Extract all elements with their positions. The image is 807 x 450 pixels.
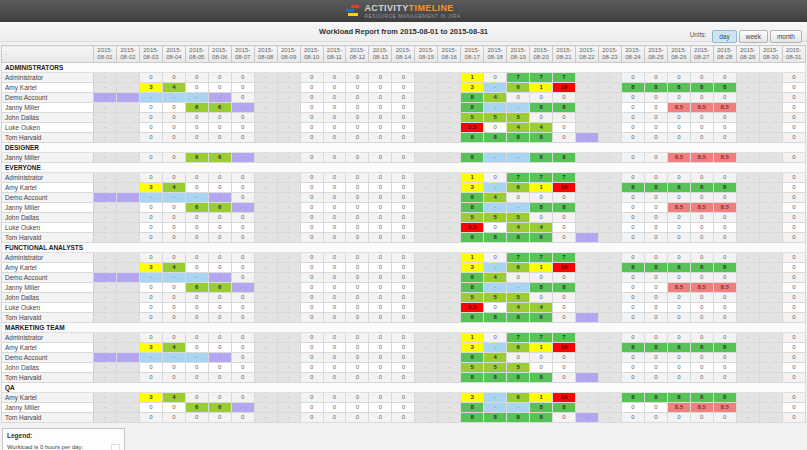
workload-cell: 0 bbox=[231, 73, 254, 83]
workload-cell: 0 bbox=[553, 363, 576, 373]
table-row: Luke Ouken--00000--00000--5.50440--00000… bbox=[2, 123, 806, 133]
table-row: John Dallas--00000--00000--55500--00000-… bbox=[2, 293, 806, 303]
workload-cell: 0 bbox=[782, 133, 805, 143]
workload-cell: - bbox=[736, 173, 759, 183]
workload-cell: - bbox=[759, 303, 782, 313]
person-name-cell: Luke Ouken bbox=[2, 123, 94, 133]
workload-cell: 0 bbox=[323, 93, 346, 103]
workload-cell: 0 bbox=[713, 133, 736, 143]
workload-cell: 0 bbox=[162, 213, 185, 223]
workload-cell: 0 bbox=[185, 313, 208, 323]
workload-cell: 0 bbox=[231, 353, 254, 363]
workload-cell: - bbox=[759, 373, 782, 383]
workload-cell: - bbox=[139, 93, 162, 103]
workload-cell: 0 bbox=[369, 213, 392, 223]
person-name-cell: Demo Account bbox=[2, 353, 94, 363]
table-row: Tom Harvald--00000--00000--88880--00000-… bbox=[2, 413, 806, 423]
logo-word-activity: ACTIVITY bbox=[364, 3, 408, 13]
workload-cell: - bbox=[598, 353, 621, 363]
workload-cell: 0 bbox=[644, 213, 667, 223]
workload-cell: 0 bbox=[392, 333, 415, 343]
workload-cell: 0 bbox=[162, 173, 185, 183]
workload-cell: 0 bbox=[690, 123, 713, 133]
workload-cell: 0 bbox=[369, 153, 392, 163]
workload-cell: 0 bbox=[162, 123, 185, 133]
workload-cell: 0 bbox=[323, 373, 346, 383]
workload-cell: 0 bbox=[139, 363, 162, 373]
workload-cell: 0 bbox=[484, 173, 507, 183]
activitytimeline-logo-icon bbox=[346, 5, 359, 17]
workload-cell: 5 bbox=[484, 363, 507, 373]
workload-cell: - bbox=[759, 333, 782, 343]
workload-cell: 0 bbox=[300, 133, 323, 143]
date-column-header: 2015-08-18 bbox=[484, 46, 507, 63]
date-column-header: 2015-08-15 bbox=[415, 46, 438, 63]
workload-cell: 0 bbox=[300, 283, 323, 293]
workload-cell: - bbox=[415, 253, 438, 263]
logo-bar-red bbox=[351, 5, 359, 8]
workload-cell: 0 bbox=[185, 253, 208, 263]
workload-cell: - bbox=[736, 373, 759, 383]
workload-cell: 8.5 bbox=[690, 403, 713, 413]
toolbar: Workload Report from 2015-08-01 to 2015-… bbox=[0, 22, 807, 42]
workload-cell: - bbox=[94, 203, 117, 213]
workload-cell: 0 bbox=[713, 113, 736, 123]
workload-cell: - bbox=[139, 273, 162, 283]
workload-cell: 0 bbox=[621, 303, 644, 313]
workload-cell: 0 bbox=[782, 253, 805, 263]
workload-cell: 0 bbox=[300, 213, 323, 223]
workload-cell: 0 bbox=[369, 273, 392, 283]
workload-cell: 0 bbox=[185, 113, 208, 123]
date-column-header: 2015-08-30 bbox=[759, 46, 782, 63]
workload-cell: - bbox=[94, 233, 117, 243]
workload-cell: 0 bbox=[300, 353, 323, 363]
workload-cell: 0 bbox=[392, 253, 415, 263]
workload-cell: 16 bbox=[553, 83, 576, 93]
workload-cell: - bbox=[438, 153, 461, 163]
workload-cell: 0 bbox=[644, 413, 667, 423]
workload-cell: - bbox=[254, 263, 277, 273]
workload-cell: 8.5 bbox=[690, 203, 713, 213]
workload-cell: 0 bbox=[300, 153, 323, 163]
workload-cell: 8 bbox=[690, 393, 713, 403]
workload-cell: 0 bbox=[621, 123, 644, 133]
workload-cell: 8 bbox=[530, 283, 553, 293]
workload-cell: 0 bbox=[185, 173, 208, 183]
workload-cell: - bbox=[736, 213, 759, 223]
workload-cell: - bbox=[139, 193, 162, 203]
workload-cell: - bbox=[94, 193, 117, 203]
units-day-button[interactable]: day bbox=[712, 30, 736, 43]
workload-cell: 0 bbox=[690, 133, 713, 143]
workload-cell: 0 bbox=[300, 183, 323, 193]
workload-cell: 0 bbox=[690, 233, 713, 243]
units-month-button[interactable]: month bbox=[770, 30, 802, 43]
workload-cell: 0 bbox=[162, 223, 185, 233]
workload-cell: 0 bbox=[782, 293, 805, 303]
workload-cell: 0 bbox=[346, 93, 369, 103]
workload-cell: 0 bbox=[369, 333, 392, 343]
workload-cell: 0 bbox=[621, 193, 644, 203]
workload-cell: 0 bbox=[208, 173, 231, 183]
workload-cell: 0 bbox=[323, 83, 346, 93]
workload-cell: - bbox=[438, 343, 461, 353]
workload-cell: 0 bbox=[621, 333, 644, 343]
workload-cell: 0 bbox=[208, 123, 231, 133]
workload-cell: - bbox=[415, 313, 438, 323]
person-name-cell: Amy Kartel bbox=[2, 343, 94, 353]
workload-cell: 0 bbox=[231, 393, 254, 403]
workload-cell: 8 bbox=[553, 103, 576, 113]
workload-cell: 0 bbox=[208, 303, 231, 313]
workload-cell: 0 bbox=[300, 93, 323, 103]
workload-cell: 0 bbox=[644, 273, 667, 283]
workload-cell: - bbox=[116, 153, 139, 163]
workload-cell: 0 bbox=[231, 343, 254, 353]
workload-cell: 0 bbox=[346, 413, 369, 423]
logo-bar-yellow bbox=[348, 13, 358, 16]
units-week-button[interactable]: week bbox=[739, 30, 768, 43]
workload-cell: 0 bbox=[667, 133, 690, 143]
workload-cell: 0 bbox=[323, 133, 346, 143]
workload-cell: - bbox=[116, 103, 139, 113]
workload-cell: - bbox=[736, 353, 759, 363]
workload-cell: 0 bbox=[621, 273, 644, 283]
workload-cell: 0 bbox=[782, 283, 805, 293]
